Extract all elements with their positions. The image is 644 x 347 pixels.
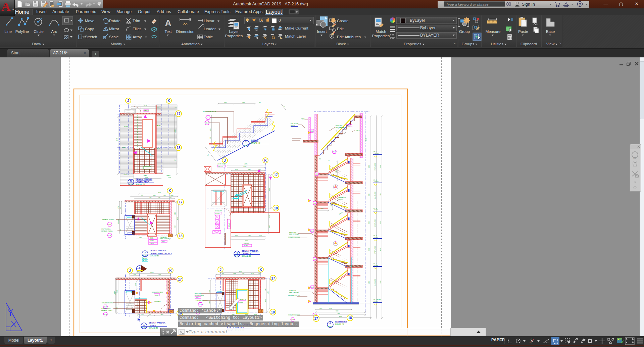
svg-text:17x175=2800: 17x175=2800 [375, 279, 376, 286]
svg-text:SKALA 1 : 10: SKALA 1 : 10 [251, 142, 260, 144]
svg-text:CL2: CL2 [333, 151, 336, 153]
svg-text:–ATAP–: –ATAP– [156, 125, 161, 126]
svg-text:CL3: CL3 [311, 230, 313, 232]
svg-text:3150: 3150 [365, 138, 367, 141]
svg-text:A6-005: A6-005 [129, 183, 133, 185]
svg-text:POTONGAN: POTONGAN [335, 320, 347, 323]
svg-text:750: 750 [120, 207, 121, 209]
svg-text:?: ? [579, 2, 581, 6]
svg-text:17: 17 [314, 317, 318, 320]
svg-text:2800: 2800 [337, 313, 340, 314]
svg-text:1: 1 [143, 323, 145, 326]
svg-text:4525: 4525 [239, 270, 242, 272]
svg-text:SKALA 1 : 50: SKALA 1 : 50 [136, 184, 145, 185]
svg-text:Sign In: Sign In [522, 2, 535, 7]
svg-text:A6-004: A6-004 [235, 255, 239, 257]
svg-text:CAT: CAT [311, 130, 313, 132]
svg-text:SKALA 1 : 50: SKALA 1 : 50 [242, 255, 251, 257]
svg-text:1235: 1235 [265, 289, 266, 291]
svg-text:STEP NOSING: STEP NOSING [101, 308, 110, 309]
svg-text:+2.800: +2.800 [374, 264, 378, 266]
svg-text:2360: 2360 [209, 301, 210, 304]
svg-text:17: 17 [179, 200, 183, 204]
svg-text:1525: 1525 [319, 308, 322, 309]
svg-text:450: 450 [120, 229, 121, 231]
svg-text:3150: 3150 [380, 221, 381, 224]
svg-text:+10.850: +10.850 [150, 240, 154, 242]
svg-text:ROU'L STORAGE: ROU'L STORAGE [152, 291, 163, 293]
svg-text:A6-007: A6-007 [244, 145, 248, 146]
svg-text:DENAH TANGGA: DENAH TANGGA [150, 249, 167, 252]
svg-text:CL3: CL3 [104, 306, 107, 308]
svg-text:1700: 1700 [168, 177, 171, 178]
svg-text:KERAMIK 300X300: KERAMIK 300X300 [288, 314, 300, 316]
svg-text:4025: 4025 [144, 105, 147, 106]
svg-text:+5.450: +5.450 [239, 302, 243, 303]
svg-text:1100: 1100 [158, 197, 160, 198]
svg-text:2800: 2800 [368, 281, 370, 284]
svg-text:K: K [167, 99, 170, 103]
svg-text:SKALA 1 : 50: SKALA 1 : 50 [149, 327, 158, 329]
svg-text:17: 17 [177, 112, 181, 116]
svg-text:18: 18 [271, 310, 275, 314]
svg-text:436: 436 [134, 274, 136, 275]
svg-text:PINTU: PINTU [301, 118, 305, 120]
svg-text:1345: 1345 [248, 235, 251, 236]
svg-text:150: 150 [209, 137, 211, 139]
svg-text:4525: 4525 [158, 192, 161, 194]
svg-text:1350: 1350 [259, 235, 262, 236]
svg-text:PL6: PL6 [313, 202, 316, 204]
svg-text:LANTAI 2-4 (TYPICAL): LANTAI 2-4 (TYPICAL) [150, 252, 171, 254]
svg-text:J: J [127, 99, 129, 103]
svg-text:J: J [219, 268, 221, 271]
svg-text:ATAP: ATAP [122, 146, 126, 148]
svg-text:6: 6 [139, 266, 140, 269]
svg-text:K: K [168, 189, 171, 193]
svg-text:KERAMIK 300X300: KERAMIK 300X300 [288, 295, 300, 296]
svg-text:4860: 4860 [339, 316, 342, 317]
svg-text:3150: 3150 [380, 281, 381, 284]
svg-text:5: 5 [130, 180, 132, 183]
svg-text:CL3: CL3 [199, 304, 202, 305]
svg-text:+8.450: +8.450 [150, 238, 153, 239]
svg-text:CL3: CL3 [311, 286, 313, 288]
svg-text:17: 17 [274, 173, 278, 177]
svg-text:18: 18 [348, 316, 352, 320]
svg-text:SKALA 1 : 50: SKALA 1 : 50 [335, 324, 344, 325]
svg-text:±0.000: ±0.000 [124, 126, 128, 127]
svg-text:17x175=2800: 17x175=2800 [375, 163, 376, 170]
svg-text:DAK BETON: DAK BETON [338, 197, 346, 198]
svg-text:KELAS: KELAS [229, 222, 230, 227]
svg-text:1400: 1400 [153, 195, 155, 196]
svg-text:2800: 2800 [368, 194, 370, 196]
svg-text:17x175=2800: 17x175=2800 [375, 192, 376, 199]
svg-text:705: 705 [163, 195, 165, 196]
svg-text:DENAH TANGGA: DENAH TANGGA [149, 321, 166, 324]
svg-text:J: J [224, 159, 226, 162]
svg-text:BAK BETON: BAK BETON [291, 123, 298, 125]
svg-text:3528: 3528 [116, 290, 118, 293]
svg-text:150: 150 [209, 129, 211, 131]
svg-text:DENAH TANGGA: DENAH TANGGA [136, 178, 153, 180]
svg-text:UP: UP [137, 314, 139, 316]
svg-text:A6-007: A6-007 [137, 271, 140, 273]
svg-text:PVS BATA: PVS BATA [154, 301, 160, 302]
svg-text:17x175=2800: 17x175=2800 [375, 219, 376, 227]
svg-text:17: 17 [271, 277, 275, 280]
svg-text:MESIN LIFT: MESIN LIFT [215, 210, 222, 212]
svg-text:1040: 1040 [248, 169, 250, 170]
svg-text:3150: 3150 [380, 248, 381, 251]
svg-text:1350: 1350 [141, 314, 144, 315]
svg-text:300: 300 [242, 101, 245, 103]
svg-text:A6-005: A6-005 [143, 258, 147, 259]
svg-text:1400: 1400 [139, 237, 142, 239]
svg-text:KERAMIK 300X300: KERAMIK 300X300 [102, 219, 114, 220]
svg-text:BESI 3' FINCAT: BESI 3' FINCAT [195, 294, 204, 296]
svg-text:685: 685 [222, 273, 224, 274]
svg-text:3: 3 [144, 251, 146, 254]
svg-text:30: 30 [259, 101, 261, 103]
svg-text:18: 18 [179, 234, 183, 238]
svg-text:1800: 1800 [169, 197, 171, 198]
svg-text:4025: 4025 [150, 271, 154, 273]
svg-text:13: 13 [328, 160, 330, 161]
